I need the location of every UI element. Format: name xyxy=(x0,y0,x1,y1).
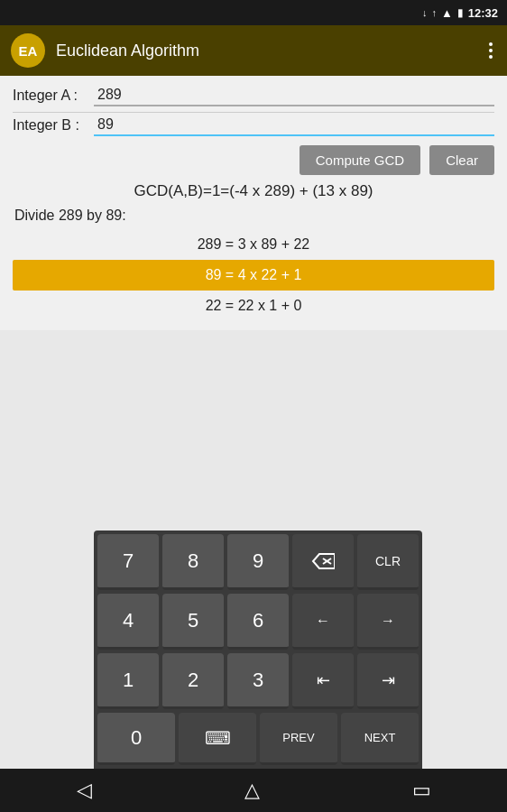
key-left[interactable]: ← xyxy=(292,594,354,650)
key-9[interactable]: 9 xyxy=(227,534,289,590)
integer-b-row: Integer B : xyxy=(13,115,494,136)
wifi-icon: ▲ xyxy=(441,6,453,20)
divider-1 xyxy=(13,112,494,113)
dot2 xyxy=(489,49,493,52)
step-row-0: 289 = 3 x 89 + 22 xyxy=(13,229,494,260)
status-time: 12:32 xyxy=(468,6,498,20)
menu-button[interactable] xyxy=(485,39,496,62)
dot1 xyxy=(489,42,493,46)
key-next[interactable]: NEXT xyxy=(341,713,419,765)
upload-icon: ↑ xyxy=(431,7,437,18)
key-prev[interactable]: PREV xyxy=(260,713,337,765)
key-2[interactable]: 2 xyxy=(162,653,224,709)
input-a[interactable] xyxy=(94,85,494,106)
button-row: Compute GCD Clear xyxy=(13,145,494,175)
key-4[interactable]: 4 xyxy=(97,594,159,650)
svg-marker-0 xyxy=(313,554,335,568)
key-backspace[interactable] xyxy=(292,534,354,590)
key-6[interactable]: 6 xyxy=(227,594,289,650)
app-bar: EA Euclidean Algorithm xyxy=(0,25,507,76)
key-right[interactable]: → xyxy=(357,594,419,650)
keyboard: 7 8 9 CLR 4 5 6 ← → 1 2 3 ⇤ ⇥ 0 ⌨ PREV N… xyxy=(94,531,422,769)
key-1[interactable]: 1 xyxy=(97,653,159,709)
kb-row-1: 7 8 9 CLR xyxy=(97,534,419,590)
compute-gcd-button[interactable]: Compute GCD xyxy=(300,145,420,175)
key-clr[interactable]: CLR xyxy=(357,534,419,590)
integer-a-row: Integer A : xyxy=(13,85,494,106)
steps-header: Divide 289 by 89: xyxy=(13,208,494,224)
back-button[interactable]: ◁ xyxy=(59,771,110,809)
key-7[interactable]: 7 xyxy=(97,534,159,590)
key-5[interactable]: 5 xyxy=(162,594,224,650)
download-icon: ↓ xyxy=(422,7,428,18)
label-a: Integer A : xyxy=(13,88,94,104)
key-end[interactable]: ⇥ xyxy=(357,653,419,709)
kb-row-4: 0 ⌨ PREV NEXT xyxy=(97,713,419,765)
key-keyboard[interactable]: ⌨ xyxy=(179,713,256,765)
recent-button[interactable]: ▭ xyxy=(394,771,449,809)
backspace-icon xyxy=(311,552,335,570)
home-button[interactable]: △ xyxy=(226,771,278,809)
app-title: Euclidean Algorithm xyxy=(56,42,475,60)
gcd-result: GCD(A,B)=1=(-4 x 289) + (13 x 89) xyxy=(13,182,494,200)
app-logo: EA xyxy=(11,33,45,68)
clear-button[interactable]: Clear xyxy=(429,145,494,175)
status-bar: ↓ ↑ ▲ ▮ 12:32 xyxy=(0,0,507,25)
battery-icon: ▮ xyxy=(457,6,464,19)
step-row-2: 22 = 22 x 1 + 0 xyxy=(13,291,494,321)
key-3[interactable]: 3 xyxy=(227,653,289,709)
nav-bar: ◁ △ ▭ xyxy=(0,769,507,812)
key-0[interactable]: 0 xyxy=(97,713,175,765)
status-icons: ↓ ↑ ▲ ▮ 12:32 xyxy=(422,6,498,20)
label-b: Integer B : xyxy=(13,117,94,134)
step-row-1: 89 = 4 x 22 + 1 xyxy=(13,260,494,291)
content-area: Integer A : Integer B : Compute GCD Clea… xyxy=(0,76,507,330)
key-home[interactable]: ⇤ xyxy=(292,653,354,709)
key-8[interactable]: 8 xyxy=(162,534,224,590)
kb-row-3: 1 2 3 ⇤ ⇥ xyxy=(97,653,419,709)
dot3 xyxy=(489,55,493,59)
input-b[interactable] xyxy=(94,115,494,136)
kb-row-2: 4 5 6 ← → xyxy=(97,594,419,650)
